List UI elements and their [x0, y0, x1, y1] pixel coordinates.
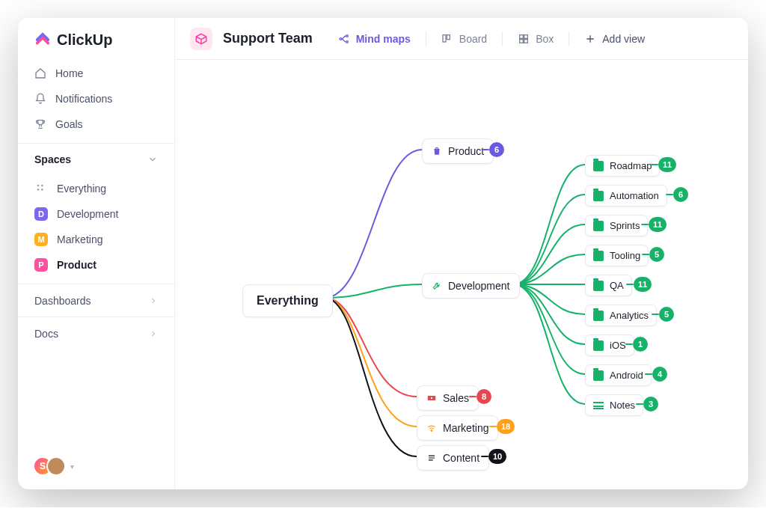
folder-icon: [593, 251, 604, 261]
folder-icon: [593, 340, 604, 351]
add-view-button[interactable]: Add view: [577, 27, 652, 51]
nav-notifications[interactable]: Notifications: [25, 86, 167, 111]
node-automation-count: 6: [673, 187, 688, 202]
nav-home[interactable]: Home: [25, 61, 167, 86]
svg-point-2: [37, 189, 40, 191]
connector: [651, 164, 658, 165]
tab-box[interactable]: Box: [510, 27, 561, 51]
folder-icon: [593, 161, 604, 171]
brand-logo[interactable]: ClickUp: [18, 31, 174, 56]
dashboards-section[interactable]: Dashboards: [18, 284, 174, 317]
mindmap-icon: [338, 33, 350, 45]
user-menu-caret[interactable]: ▾: [70, 462, 74, 471]
space-everything-label: Everything: [57, 183, 106, 195]
connector: [625, 343, 633, 345]
node-roadmap-count: 11: [658, 157, 676, 172]
connector: [645, 373, 652, 375]
tab-mind-maps[interactable]: Mind maps: [331, 27, 418, 51]
topbar: Support Team Mind maps Board Box: [175, 18, 748, 60]
spaces-section-toggle[interactable]: Spaces: [18, 143, 174, 174]
dashboards-label: Dashboards: [34, 295, 91, 307]
node-development[interactable]: Development: [422, 273, 520, 299]
mindmap-canvas[interactable]: Everything Product 6 Development Sales 8: [175, 60, 748, 489]
node-notes-label: Notes: [610, 400, 635, 411]
node-marketing[interactable]: Marketing: [417, 415, 498, 441]
node-sales[interactable]: Sales: [417, 385, 479, 411]
space-product-label: Product: [57, 259, 96, 271]
node-ios-label: iOS: [610, 340, 626, 351]
folder-icon: [593, 311, 604, 321]
node-sprints-count: 11: [649, 217, 667, 232]
svg-point-15: [431, 430, 432, 432]
box-icon: [518, 33, 530, 45]
node-sprints[interactable]: Sprints: [585, 215, 648, 236]
nav-goals[interactable]: Goals: [25, 111, 167, 137]
tab-board[interactable]: Board: [434, 27, 494, 51]
svg-point-5: [346, 34, 348, 37]
node-content[interactable]: Content: [417, 445, 489, 471]
docs-section[interactable]: Docs: [18, 317, 174, 349]
svg-rect-8: [447, 34, 450, 39]
space-development[interactable]: D Development: [25, 201, 167, 227]
clickup-logo-icon: [34, 32, 51, 49]
node-ios-count: 1: [633, 337, 648, 352]
divider: [569, 31, 569, 46]
node-notes-count: 3: [643, 397, 658, 412]
svg-rect-12: [524, 39, 528, 43]
chevron-right-icon: [149, 329, 158, 338]
cube-icon: [194, 32, 208, 46]
space-marketing[interactable]: M Marketing: [25, 227, 167, 252]
node-root[interactable]: Everything: [242, 284, 333, 317]
svg-rect-11: [520, 39, 524, 43]
nav-goals-label: Goals: [55, 118, 83, 130]
node-qa-count: 11: [634, 277, 652, 292]
node-sales-label: Sales: [443, 392, 469, 404]
docs-label: Docs: [34, 328, 58, 340]
node-tooling[interactable]: Tooling: [585, 245, 649, 266]
node-roadmap[interactable]: Roadmap: [585, 155, 660, 177]
node-development-label: Development: [448, 280, 510, 292]
space-product[interactable]: P Product: [25, 252, 167, 278]
node-automation-label: Automation: [610, 190, 659, 201]
main: Support Team Mind maps Board Box: [175, 18, 748, 489]
node-analytics-count: 5: [659, 307, 674, 322]
node-product[interactable]: Product: [422, 138, 494, 164]
connector: [641, 224, 649, 225]
board-icon: [441, 33, 453, 45]
space-marketing-label: Marketing: [57, 233, 102, 245]
node-sales-count: 8: [477, 389, 491, 404]
node-android[interactable]: Android: [585, 364, 652, 386]
team-icon[interactable]: [190, 28, 212, 50]
connector: [666, 194, 673, 195]
connector: [636, 403, 643, 405]
connector: [469, 396, 477, 397]
space-development-label: Development: [57, 208, 119, 220]
space-everything[interactable]: Everything: [25, 176, 167, 201]
space-product-avatar: P: [34, 258, 48, 272]
connector: [482, 149, 489, 150]
list-icon: [593, 402, 604, 409]
node-marketing-label: Marketing: [443, 422, 488, 434]
node-product-label: Product: [448, 145, 484, 157]
svg-point-0: [37, 185, 40, 187]
node-qa-label: QA: [610, 280, 624, 291]
avatar-user-2[interactable]: [46, 456, 66, 476]
space-development-avatar: D: [34, 207, 48, 221]
connector: [642, 254, 649, 255]
wrench-icon: [432, 281, 442, 291]
svg-point-1: [41, 185, 43, 187]
list-icon: [426, 453, 437, 463]
node-notes[interactable]: Notes: [585, 394, 643, 416]
node-automation[interactable]: Automation: [585, 185, 667, 207]
node-qa[interactable]: QA: [585, 275, 632, 296]
tab-box-label: Box: [536, 33, 554, 45]
folder-icon: [593, 221, 604, 231]
node-ios[interactable]: iOS: [585, 334, 634, 356]
node-analytics[interactable]: Analytics: [585, 305, 657, 326]
chevron-right-icon: [149, 296, 158, 305]
brand-name: ClickUp: [57, 31, 112, 49]
wifi-icon: [426, 423, 437, 433]
node-product-count: 6: [489, 142, 504, 157]
svg-point-4: [340, 37, 342, 40]
nav-notifications-label: Notifications: [55, 93, 112, 105]
